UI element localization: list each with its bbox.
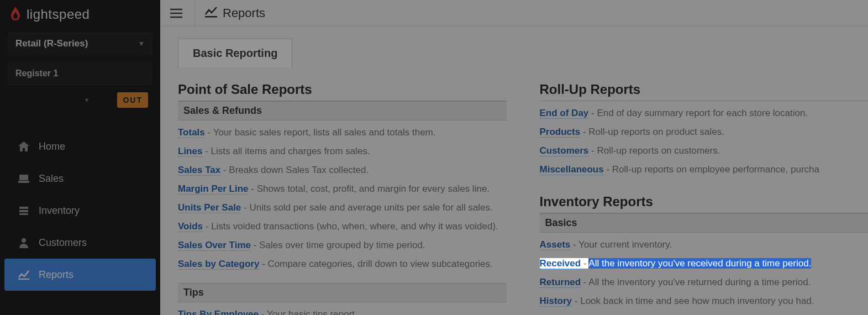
report-link-assets[interactable]: Assets (540, 239, 571, 250)
report-link-returned[interactable]: Returned (540, 277, 581, 288)
report-link-sales-over-time[interactable]: Sales Over Time (178, 240, 251, 251)
report-link-lines[interactable]: Lines (178, 146, 202, 157)
register-selector[interactable]: Register 1 (8, 62, 152, 85)
report-list-rollup: End of Day - End of day summary report f… (540, 101, 869, 188)
report-list-sales: Totals - Your basic sales report, lists … (178, 120, 507, 283)
report-line: Totals - Your basic sales report, lists … (178, 124, 507, 143)
report-desc: Sales over time grouped by time period. (259, 240, 425, 250)
product-selector-label: Retail (R-Series) (15, 38, 88, 49)
subhead-tips: Tips (178, 283, 507, 302)
report-desc: Units sold per sale and average units pe… (249, 202, 492, 213)
report-link-margin-per-line[interactable]: Margin Per Line (178, 183, 249, 195)
sidebar-item-home[interactable]: Home (4, 130, 156, 162)
sidebar-item-inventory[interactable]: Inventory (4, 195, 156, 227)
report-line: Voids - Lists voided transactions (who, … (178, 218, 507, 237)
section-title-rollup: Roll-Up Reports (540, 82, 869, 97)
svg-rect-3 (19, 210, 28, 212)
report-line: Sales by Category - Compare categories, … (178, 255, 507, 274)
inventory-icon (17, 206, 31, 216)
left-column: Point of Sale Reports Sales & Refunds To… (178, 82, 507, 315)
report-link-products[interactable]: Products (540, 127, 581, 138)
report-link-totals[interactable]: Totals (178, 127, 205, 138)
sidebar-item-reports[interactable]: Reports (4, 259, 156, 291)
sidebar-item-label: Home (39, 141, 65, 153)
report-line: Products - Roll-up reports on product sa… (540, 123, 869, 142)
brand-name: lightspeed (27, 7, 90, 22)
svg-rect-4 (19, 213, 28, 215)
report-line: Customers - Roll-up reports on customers… (540, 142, 869, 161)
report-desc: Lists all items and charges from sales. (211, 146, 370, 156)
report-link-tips-by-employee[interactable]: Tips By Employee (178, 309, 259, 316)
report-line: Miscellaneous - Roll-up reports on emplo… (540, 161, 869, 180)
report-line: Tips By Employee - Your basic tips repor… (178, 306, 507, 316)
report-list-inventory: Assets - Your current inventory. Receive… (540, 233, 869, 315)
clock-row: ▼ OUT (8, 88, 152, 112)
sidebar-nav: Home Sales Inventory Customers Reports (0, 130, 160, 291)
subhead-basics: Basics (540, 213, 869, 233)
sidebar-item-label: Inventory (39, 205, 80, 217)
report-desc: Roll-up reports on customers. (597, 145, 720, 156)
chevron-down-icon[interactable]: ▼ (84, 97, 90, 103)
report-desc: All the inventory you've received during… (588, 258, 811, 269)
report-link-sales-tax[interactable]: Sales Tax (178, 165, 220, 176)
report-desc: Lists voided transactions (who, when, wh… (211, 221, 498, 232)
section-title-inventory: Inventory Reports (540, 194, 869, 209)
product-selector[interactable]: Retail (R-Series) ▼ (8, 32, 152, 55)
report-link-miscellaneous[interactable]: Miscellaneous (540, 164, 604, 175)
report-line: History - Look back in time and see how … (540, 292, 869, 311)
report-link-end-of-day[interactable]: End of Day (540, 108, 589, 119)
sidebar: lightspeed Retail (R-Series) ▼ Register … (0, 0, 160, 315)
report-desc: Breaks down Sales Tax collected. (229, 165, 369, 175)
chart-icon (17, 270, 31, 280)
report-link-history[interactable]: History (540, 296, 572, 307)
sidebar-item-label: Customers (39, 237, 87, 249)
report-line: Sales Tax - Breaks down Sales Tax collec… (178, 161, 507, 180)
content: Basic Reporting Point of Sale Reports Sa… (160, 27, 868, 315)
main: Reports Basic Reporting Point of Sale Re… (160, 0, 868, 315)
report-line: Assets - Your current inventory. (540, 236, 869, 255)
columns: Point of Sale Reports Sales & Refunds To… (178, 82, 868, 315)
chevron-down-icon: ▼ (138, 40, 145, 48)
svg-rect-2 (19, 207, 28, 209)
topbar: Reports (160, 0, 868, 27)
register-icon (17, 174, 31, 183)
divider (194, 0, 195, 27)
report-desc: Your basic sales report, lists all sales… (213, 127, 436, 138)
report-desc: Roll-up reports on product sales. (588, 127, 724, 137)
report-desc: Shows total, cost, profit, and margin fo… (257, 183, 490, 194)
svg-rect-0 (19, 175, 28, 180)
report-desc: Compare categories, drill down to view s… (268, 259, 493, 269)
report-link-customers-rollup[interactable]: Customers (540, 145, 589, 156)
report-desc: All the inventory you've returned during… (588, 277, 811, 287)
hamburger-icon[interactable] (168, 5, 185, 22)
tab-basic-reporting[interactable]: Basic Reporting (178, 39, 292, 67)
report-link-sales-by-category[interactable]: Sales by Category (178, 259, 259, 270)
sidebar-item-customers[interactable]: Customers (4, 227, 156, 259)
report-desc: End of day summary report for each store… (597, 108, 808, 118)
svg-point-5 (22, 238, 26, 243)
user-icon (17, 237, 31, 248)
sidebar-item-sales[interactable]: Sales (4, 162, 156, 195)
report-desc: Look back in time and see how much inven… (580, 296, 814, 306)
report-desc: Roll-up reports on employee performance,… (612, 164, 819, 175)
report-line: Margin Per Line - Shows total, cost, pro… (178, 180, 507, 199)
sidebar-item-label: Sales (39, 173, 64, 185)
report-link-received[interactable]: Received (540, 258, 581, 269)
brand-logo: lightspeed (0, 0, 160, 29)
page-title: Reports (223, 6, 265, 20)
section-title-pos: Point of Sale Reports (178, 82, 507, 97)
out-button[interactable]: OUT (117, 92, 148, 108)
subhead-sales-refunds: Sales & Refunds (178, 101, 507, 120)
sidebar-item-label: Reports (39, 269, 73, 281)
register-label: Register 1 (15, 69, 58, 78)
report-link-voids[interactable]: Voids (178, 221, 203, 232)
report-line: Units Per Sale - Units sold per sale and… (178, 199, 507, 218)
right-column: Roll-Up Reports End of Day - End of day … (540, 82, 869, 315)
chart-icon (205, 7, 217, 20)
report-link-units-per-sale[interactable]: Units Per Sale (178, 202, 241, 213)
report-line: Sales Over Time - Sales over time groupe… (178, 237, 507, 255)
report-desc: Your current inventory. (578, 239, 672, 250)
flame-icon (9, 7, 22, 22)
report-line-highlighted: Received - All the inventory you've rece… (540, 255, 869, 274)
home-icon (17, 141, 31, 151)
